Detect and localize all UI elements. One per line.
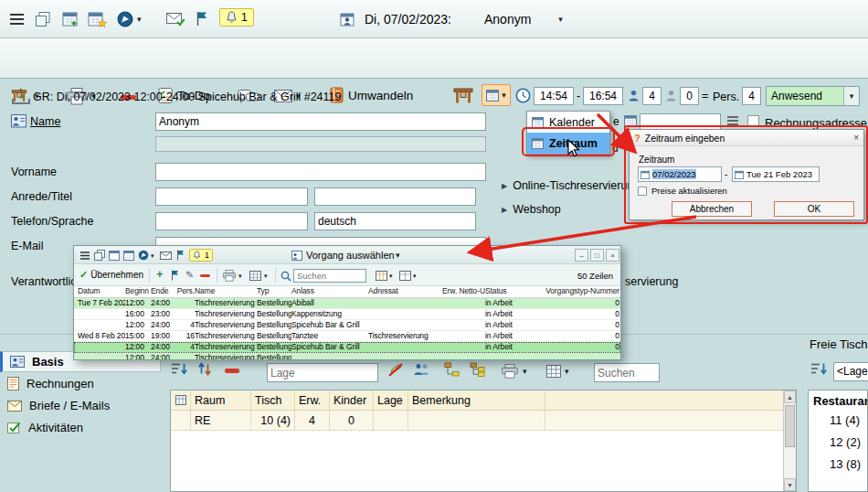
free-table-item[interactable]: 13 (8) xyxy=(809,454,867,476)
maximize-button[interactable]: □ xyxy=(590,249,604,262)
calendar-new-icon[interactable] xyxy=(62,11,79,27)
envelope-icon[interactable] xyxy=(160,251,172,260)
free-table-item[interactable]: 11 (4) xyxy=(809,410,867,432)
column-header-lage[interactable]: Lage xyxy=(374,390,408,410)
tables-search-input[interactable] xyxy=(594,363,660,382)
free-table-item[interactable]: 12 (2) xyxy=(809,432,867,454)
flag-icon[interactable] xyxy=(171,270,179,281)
calendar-icon[interactable] xyxy=(123,250,134,261)
add-icon[interactable]: + xyxy=(156,267,164,281)
free-tables-sort-icon[interactable] xyxy=(810,361,828,377)
date-to-field[interactable]: Tue 21 Feb 2023 xyxy=(732,166,820,182)
vorgang-search-input[interactable] xyxy=(293,269,366,283)
scroll-up-button[interactable]: ▲ xyxy=(784,390,796,403)
sort-ascending-icon[interactable] xyxy=(170,361,188,377)
vorgang-row[interactable]: Tue 7 Feb 202312:0024:00Tischreservierun… xyxy=(74,298,620,309)
minimize-button[interactable]: – xyxy=(575,249,588,262)
date-from-field[interactable]: 07/02/2023 xyxy=(638,166,722,182)
menu-icon[interactable] xyxy=(79,251,90,260)
list-menu-icon[interactable] xyxy=(726,115,739,126)
column-header-raum[interactable]: Raum xyxy=(191,390,251,410)
tree-expand-icon[interactable] xyxy=(470,362,485,377)
print-tables-button[interactable]: ▾ xyxy=(501,364,527,379)
vorgang-column-header[interactable]: Anlass xyxy=(291,286,368,297)
children-input[interactable] xyxy=(680,87,699,105)
lage-filter-input[interactable] xyxy=(267,363,378,382)
grid-view-button[interactable]: ▾ xyxy=(546,365,569,378)
column-header-kinder[interactable]: Kinder xyxy=(330,390,374,410)
vorgang-titlebar[interactable]: ▾ 1 Vorgang auswählen ▾ – □ × xyxy=(74,246,620,264)
section-online-reservation[interactable]: ▶ Online-Tischreservierung xyxy=(502,179,640,192)
sprache-input[interactable] xyxy=(314,212,476,230)
column-header-bemerkung[interactable]: Bemerkung xyxy=(408,390,545,410)
navigate-button[interactable]: ▾ xyxy=(117,11,142,27)
vorgang-column-header[interactable]: Ende xyxy=(151,286,175,297)
vorname-input[interactable] xyxy=(155,163,486,181)
telefon-input[interactable] xyxy=(155,212,308,230)
grid-icon[interactable] xyxy=(249,271,261,281)
vorgang-column-header[interactable]: Vorgangstyp-Nummer xyxy=(533,286,619,297)
status-select[interactable]: Anwesend ▾ xyxy=(766,86,860,106)
clear-assignment-icon[interactable] xyxy=(387,362,405,378)
mail-check-icon[interactable] xyxy=(166,13,185,27)
billing-address-checkbox[interactable] xyxy=(747,115,759,127)
sidebar-item-aktivitaeten[interactable]: Aktivitäten xyxy=(0,417,161,438)
vorgang-row[interactable]: Wed 8 Feb 202315:0019:0016Tischreservier… xyxy=(74,331,620,342)
free-tables-filter[interactable]: <Lage> xyxy=(833,362,868,381)
titel-input[interactable] xyxy=(314,187,476,206)
edit-icon[interactable]: ✎ xyxy=(185,269,194,280)
free-tables-group[interactable]: Restaurant xyxy=(809,390,867,410)
time-to-input[interactable] xyxy=(583,87,623,105)
calendar-star-icon[interactable] xyxy=(88,11,108,28)
layout-grid-icon[interactable] xyxy=(399,271,411,281)
windows-icon[interactable] xyxy=(94,250,105,261)
apply-button[interactable]: ✓ Übernehmen xyxy=(79,269,143,281)
calendar-icon[interactable] xyxy=(109,250,120,261)
windows-icon[interactable] xyxy=(35,11,51,27)
vorgang-column-header[interactable]: Adressat xyxy=(368,286,429,297)
notifications-button[interactable]: 1 xyxy=(219,8,254,27)
column-header-tisch[interactable]: Tisch xyxy=(251,390,295,410)
filter-grid-icon[interactable] xyxy=(376,271,387,281)
dialog-close-icon[interactable]: × xyxy=(853,133,859,143)
zeitraum-dialog-titlebar[interactable]: ? Zeitraum eingeben × xyxy=(630,130,863,146)
sidebar-item-rechnungen[interactable]: Rechnungen xyxy=(0,373,161,394)
time-from-input[interactable] xyxy=(534,87,574,105)
grid-settings-cell[interactable] xyxy=(171,390,191,410)
vorgang-row[interactable]: 12:0024:00TischreservierungBestellung xyxy=(74,353,620,359)
column-header-erw[interactable]: Erw. xyxy=(295,390,330,410)
vorgang-notification-badge[interactable]: 1 xyxy=(189,249,213,262)
vorgang-column-header[interactable]: Erw. Netto-U xyxy=(429,286,485,297)
adults-input[interactable] xyxy=(642,87,662,105)
vorgang-row[interactable]: 12:0024:004TischreservierungBestellungSp… xyxy=(74,342,620,353)
scroll-down-button[interactable]: ▼ xyxy=(784,478,796,491)
pers-total-input[interactable] xyxy=(742,87,761,105)
session-selector[interactable]: Di, 07/02/2023: Anonym ▾ xyxy=(340,8,563,30)
convert-button[interactable]: Umwandeln xyxy=(329,87,413,103)
section-webshop[interactable]: ▶ Webshop xyxy=(502,203,561,216)
tables-scrollbar[interactable]: ▲ ▼ xyxy=(783,390,796,491)
scroll-thumb[interactable] xyxy=(785,405,795,447)
navigation-icon[interactable] xyxy=(138,250,149,261)
name-input[interactable] xyxy=(155,112,486,131)
anrede-input[interactable] xyxy=(155,187,308,206)
vorgang-column-header[interactable]: Typ xyxy=(257,286,291,297)
menu-icon[interactable] xyxy=(9,13,25,26)
vorgang-row[interactable]: 16:0023:00TischreservierungBestellungKap… xyxy=(74,309,620,320)
guests-icon[interactable] xyxy=(413,363,430,376)
tree-add-icon[interactable] xyxy=(444,362,460,377)
table-row[interactable]: RE 10 (4) 4 0 xyxy=(171,411,796,431)
printer-icon[interactable] xyxy=(222,270,237,282)
remove-table-icon[interactable] xyxy=(225,369,239,373)
sort-columns-icon[interactable] xyxy=(196,361,214,377)
vorgang-row[interactable]: 12:0024:004TischreservierungBestellungSp… xyxy=(74,320,620,331)
reservation-date-dropdown-button[interactable]: ▾ xyxy=(482,84,511,106)
flag-icon[interactable] xyxy=(176,250,185,261)
ok-button[interactable]: OK xyxy=(774,201,854,217)
close-button[interactable]: × xyxy=(606,249,619,262)
table-furniture-icon[interactable] xyxy=(453,88,473,104)
vorgang-column-header[interactable]: Pers. xyxy=(175,286,195,297)
cancel-button[interactable]: Abbrechen xyxy=(672,201,752,217)
vorgang-column-header[interactable]: Datum xyxy=(78,286,125,297)
vorgang-column-header[interactable]: Status xyxy=(485,286,533,297)
